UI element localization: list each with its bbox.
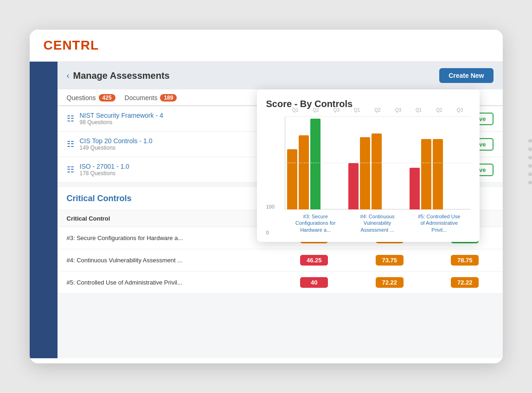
tab-questions-badge: 425 — [99, 94, 115, 101]
app-logo: CENTRL — [44, 38, 99, 52]
q-label-5: Q3 — [393, 108, 403, 113]
bar-group-2 — [410, 139, 468, 209]
assessment-info-2: ISO - 27001 - 1.0 178 Questions — [80, 163, 129, 177]
main-card: CENTRL ‹ Manage Assessments Create New Q… — [30, 30, 503, 363]
q-label-4: Q2 — [372, 108, 383, 113]
assessment-questions-0: 98 Questions — [80, 119, 163, 126]
x-label-0: #3: Secure Configurations for Hardware a… — [292, 213, 339, 233]
assessment-name-1[interactable]: CIS Top 20 Controls - 1.0 — [80, 137, 153, 145]
y-axis-label-100: 100 — [266, 204, 275, 209]
manage-bar: ‹ Manage Assessments Create New — [58, 62, 503, 89]
bar-2-1 — [421, 139, 431, 209]
sidebar — [30, 62, 58, 358]
create-new-button[interactable]: Create New — [439, 68, 493, 83]
critical-score-2-2: 72.22 — [427, 272, 503, 294]
bar-2-0 — [410, 168, 420, 209]
bar-group-0 — [287, 119, 346, 209]
tab-questions-label: Questions — [67, 94, 96, 101]
assessment-questions-1: 149 Questions — [80, 145, 153, 151]
critical-score-1-1: 73.75 — [352, 249, 427, 272]
assessment-icon-1: ☷ — [67, 139, 74, 149]
bar-0-0 — [287, 149, 297, 209]
assessment-icon-2: ☷ — [67, 165, 74, 175]
assessment-info-1: CIS Top 20 Controls - 1.0 149 Questions — [80, 137, 153, 151]
bar-group-1 — [348, 133, 407, 209]
q-label-7: Q2 — [434, 108, 444, 113]
critical-row-name-2: #5: Controlled Use of Administrative Pri… — [58, 272, 276, 294]
bar-1-0 — [348, 163, 359, 209]
critical-score-1-0: 46.25 — [276, 249, 352, 272]
q-label-0: Q1 — [290, 108, 301, 113]
assessment-icon-0: ☷ — [67, 114, 74, 124]
bar-0-2 — [310, 119, 320, 209]
assessment-name-0[interactable]: NIST Security Framework - 4 — [80, 112, 163, 119]
critical-score-2-0: 40 — [276, 272, 352, 294]
y-axis-label-0: 0 — [266, 230, 269, 235]
back-arrow-icon[interactable]: ‹ — [67, 71, 70, 81]
page-title: Manage Assessments — [73, 70, 170, 81]
q-label-3: Q1 — [352, 108, 362, 113]
assessment-questions-2: 178 Questions — [80, 170, 129, 177]
q-label-2: Q3 — [331, 108, 341, 113]
tab-documents-badge: 189 — [160, 94, 177, 101]
tab-documents-label: Documents — [125, 94, 158, 101]
col-control-label: Critical Control — [58, 210, 276, 227]
bar-0-1 — [299, 135, 309, 209]
critical-score-2-1: 72.22 — [352, 272, 427, 294]
x-label-1: #4: Continuous Vulnerability Assessment … — [354, 213, 400, 233]
bar-1-2 — [372, 133, 382, 209]
tab-questions[interactable]: Questions 425 — [67, 94, 115, 105]
manage-bar-left: ‹ Manage Assessments — [67, 70, 170, 81]
assessment-info-0: NIST Security Framework - 4 98 Questions — [80, 112, 163, 126]
content-area: ‹ Manage Assessments Create New Question… — [58, 62, 503, 358]
tab-documents[interactable]: Documents 189 — [125, 94, 177, 105]
bar-1-1 — [360, 137, 370, 209]
critical-score-1-2: 78.75 — [427, 249, 503, 272]
critical-row-name-0: #3: Secure Configurations for Hardware a… — [58, 227, 276, 249]
critical-row-name-1: #4: Continuous Vulnerability Assessment … — [58, 249, 276, 272]
q-label-1: Q2 — [311, 108, 321, 113]
q-label-6: Q1 — [414, 108, 424, 113]
chart-overlay: Score - By Controls 100 0 — [257, 89, 480, 242]
x-label-2: #5: Controlled Use of Administrative Pri… — [416, 213, 462, 233]
q-label-8: Q3 — [455, 108, 465, 113]
assessment-name-2[interactable]: ISO - 27001 - 1.0 — [80, 163, 129, 170]
app-header: CENTRL — [30, 30, 503, 62]
main-layout: ‹ Manage Assessments Create New Question… — [30, 62, 503, 358]
bar-2-2 — [433, 139, 443, 209]
